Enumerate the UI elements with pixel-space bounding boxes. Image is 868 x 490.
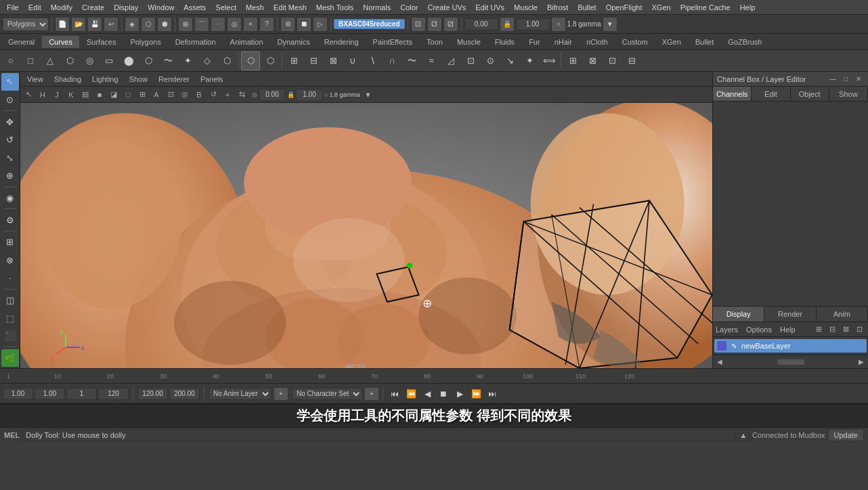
tab-nhair[interactable]: nHair [548,36,579,48]
character-btn[interactable]: + [365,388,378,400]
menu-pipeline-cache[interactable]: Pipeline Cache [676,2,735,13]
layers-btn-1[interactable]: ⊞ [812,324,825,336]
move-tool[interactable]: ✥ [1,113,19,131]
render-settings[interactable]: ⚙ [280,17,295,32]
vp-tb-snap[interactable]: + [221,89,234,101]
snap-view[interactable]: ◎ [227,17,242,32]
select-hierarchical[interactable]: ⬡ [141,17,156,32]
stop-btn[interactable]: ⏹ [436,386,451,401]
icon-uv2[interactable]: ⊠ [583,51,602,70]
camera-tool2[interactable]: ⬚ [1,309,19,327]
timeline-area[interactable]: 1 10 20 30 40 50 60 70 80 90 100 110 120 [0,368,868,383]
icon-subdiv[interactable]: ⬡ [217,51,236,70]
icon-active-tool[interactable]: ⬡ [241,51,260,70]
skip-to-start-btn[interactable]: ⏮ [387,386,402,401]
vp-tb-wire[interactable]: □ [121,89,135,101]
tab-ncloth[interactable]: nCloth [580,36,615,48]
tab-deformation[interactable]: Deformation [169,36,223,48]
vp-tb-sel[interactable]: ↖ [22,89,35,101]
vp-show[interactable]: Show [125,74,152,85]
layer-btn[interactable]: 🌿 [1,349,19,367]
tab-animation[interactable]: Animation [223,36,270,48]
anim-layer-select[interactable]: No Anim Layer [209,388,272,400]
icon-plane[interactable]: ▭ [100,51,118,70]
menu-create-uvs[interactable]: Create UVs [423,2,470,13]
channel-tab-object[interactable]: Object [791,87,829,101]
layers-btn-3[interactable]: ⊠ [840,324,852,336]
cb-minimize-btn[interactable]: — [827,74,838,85]
icon-quadrangulate[interactable]: ⊡ [461,51,480,70]
menu-file[interactable]: File [3,2,23,13]
icon-fill-hole[interactable]: ⊙ [481,51,500,70]
menu-select[interactable]: Select [211,2,240,13]
show-manip[interactable]: ⚙ [1,211,19,229]
tab-toon[interactable]: Toon [420,36,450,48]
tab-polygons[interactable]: Polygons [123,36,167,48]
tab-surfaces[interactable]: Surfaces [80,36,123,48]
tab-fluids[interactable]: Fluids [488,36,521,48]
menu-mesh-tools[interactable]: Mesh Tools [312,2,357,13]
icon-cone[interactable]: △ [41,51,60,70]
step-forward-btn[interactable]: ⏩ [469,386,483,401]
open-scene-btn[interactable]: 📂 [71,17,86,32]
status-expand-btn[interactable]: ▲ [737,429,750,441]
icon-bool-union[interactable]: ∪ [343,51,362,70]
vp-time-input[interactable] [259,89,286,101]
icon-platonic[interactable]: ◇ [198,51,217,70]
undo-btn[interactable]: ↩ [104,17,118,32]
vp-tb-k[interactable]: K [64,89,78,101]
layers-tab-help[interactable]: Help [780,326,796,334]
icon-extract[interactable]: ⊠ [324,51,343,70]
vp-panels[interactable]: Panels [196,74,227,85]
menu-display[interactable]: Display [110,2,142,13]
vp-lighting[interactable]: Lighting [88,74,123,85]
menu-xgen[interactable]: XGen [647,2,674,13]
tab-dynamics[interactable]: Dynamics [271,36,317,48]
deform-btn3[interactable]: ⚂ [443,17,458,32]
vp-tb-orbit[interactable]: ↺ [207,89,220,101]
play-back-btn[interactable]: ◀ [420,386,435,401]
select-object[interactable]: ⬢ [157,17,172,32]
menu-create[interactable]: Create [78,2,108,13]
max-frame-input[interactable] [169,388,200,400]
vp-tb-m[interactable]: ■ [93,89,106,101]
menu-edit-mesh[interactable]: Edit Mesh [269,2,311,13]
menu-edit[interactable]: Edit [24,2,45,13]
menu-bullet[interactable]: Bullet [573,2,601,13]
menu-assets[interactable]: Assets [179,2,210,13]
viewport-area[interactable]: View Shading Lighting Show Renderer Pane… [20,72,712,368]
vp-tb-grid[interactable]: ⊡ [164,89,177,101]
icon-bool-inter[interactable]: ∩ [383,51,402,70]
tab-bullet[interactable]: Bullet [689,36,721,48]
icon-uv4[interactable]: ⊟ [622,51,641,70]
character-select[interactable]: No Character Set [292,388,362,400]
tab-muscle[interactable]: Muscle [450,36,487,48]
layers-nav-left[interactable]: ◀ [714,357,725,368]
menu-modify[interactable]: Modify [47,2,77,13]
status-input[interactable] [22,429,735,441]
dr-tab-display[interactable]: Display [713,307,764,321]
mode-selector[interactable]: Polygons [3,18,49,31]
layers-btn-2[interactable]: ⊟ [826,324,838,336]
magnet-icon[interactable]: ⊗ [1,251,19,269]
menu-mesh[interactable]: Mesh [242,2,268,13]
menu-edit-uvs[interactable]: Edit UVs [471,2,508,13]
grid-icon[interactable]: ⊞ [1,233,19,251]
menu-muscle[interactable]: Muscle [510,2,542,13]
vp-tb-cam[interactable]: ◎ [178,89,192,101]
paint-select-tool[interactable]: ⊙ [1,91,19,109]
viewport-canvas[interactable]: ⊕ [20,103,712,368]
channel-tab-edit[interactable]: Edit [752,87,790,101]
vp-shading[interactable]: Shading [50,74,85,85]
menu-normals[interactable]: Normals [359,2,395,13]
gamma-btn[interactable]: ○ [551,17,566,32]
render-region[interactable]: 🔲 [297,17,311,32]
icon-smooth[interactable]: 〜 [402,51,421,70]
icon-helix[interactable]: 〜 [158,51,177,70]
vp-tb-h[interactable]: H [36,89,49,101]
menu-window[interactable]: Window [144,2,178,13]
icon-tool2[interactable]: ⬡ [261,51,280,70]
icon-torus[interactable]: ◎ [80,51,99,70]
vp-tb-j[interactable]: J [50,89,64,101]
timeline-ruler[interactable]: 1 10 20 30 40 50 60 70 80 90 100 110 120 [0,369,868,383]
